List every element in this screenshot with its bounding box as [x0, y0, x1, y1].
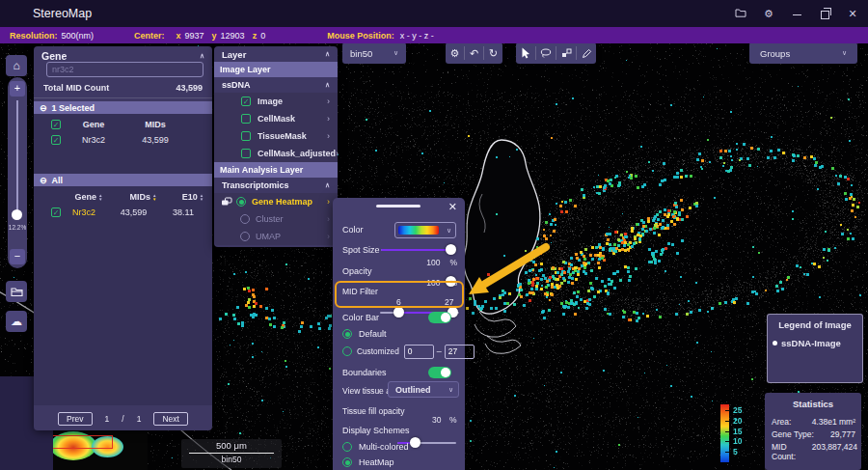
- default-radio-selected[interactable]: [342, 329, 352, 339]
- bin-value: bin50: [350, 48, 372, 59]
- scale-bin-label: bin50: [181, 455, 282, 464]
- zoom-slider-handle[interactable]: [12, 209, 22, 220]
- status-bar: Resolution: 500(nm) Center: x 9937 y 129…: [0, 27, 868, 43]
- view-tissue-select[interactable]: Outlined ∨: [388, 381, 459, 398]
- minimize-icon[interactable]: [787, 0, 806, 27]
- zoom-slider-track[interactable]: [16, 100, 18, 214]
- heatmap-settings-button[interactable]: ⚙: [446, 42, 464, 64]
- heatmap-radio-selected[interactable]: [342, 457, 352, 467]
- all-section-header[interactable]: ⊖ All: [34, 174, 212, 186]
- groups-dropdown[interactable]: Groups ∨: [749, 42, 857, 64]
- layer-checkbox[interactable]: [241, 131, 251, 141]
- cloud-upload-button[interactable]: ☁: [6, 311, 27, 332]
- colorbar-tick-label: 25: [733, 406, 752, 415]
- chevron-right-icon[interactable]: ›: [327, 114, 330, 124]
- layer-item-cellmask[interactable]: CellMask ›: [214, 110, 338, 127]
- cloud-icon: ☁: [11, 315, 22, 328]
- layer-item-umap[interactable]: UMAP ›: [214, 228, 338, 245]
- chevron-up-icon[interactable]: ∧: [325, 81, 330, 89]
- layer-item-image[interactable]: ✓ Image ›: [214, 93, 338, 110]
- main-analysis-section: Main Analysis Layer: [214, 162, 338, 178]
- chevron-right-icon[interactable]: ›: [336, 149, 339, 158]
- color-bar-toggle[interactable]: [428, 312, 451, 323]
- total-pages: 1: [137, 414, 142, 424]
- cursor-tool-button[interactable]: [516, 42, 535, 64]
- toggle-knob: [441, 368, 450, 377]
- minimap-viewport-rect[interactable]: [53, 435, 113, 449]
- range-dash: –: [437, 346, 442, 356]
- ssdna-group-header[interactable]: ssDNA ∧: [214, 77, 338, 93]
- all-gene-header[interactable]: Gene▲▼: [61, 192, 117, 202]
- selected-gene-row[interactable]: ✓ Nr3c2 43,599: [51, 135, 184, 145]
- layer-checkbox[interactable]: ✓: [241, 97, 251, 106]
- pagination: Prev 1 / 1 Next: [34, 407, 212, 430]
- bin-selector[interactable]: bin50 ∨: [342, 42, 406, 64]
- heatmap-option-label: HeatMap: [359, 457, 394, 467]
- sort-desc-icon[interactable]: ▲▼: [152, 194, 156, 202]
- customized-min-input[interactable]: [404, 345, 434, 359]
- chevron-up-icon[interactable]: ∧: [325, 181, 330, 189]
- home-button[interactable]: ⌂: [6, 55, 27, 76]
- chevron-right-icon[interactable]: ›: [327, 214, 330, 224]
- all-mids-header[interactable]: MIDs▲▼: [117, 192, 170, 202]
- merge-tool-button[interactable]: [556, 42, 576, 64]
- sort-icon[interactable]: ▲▼: [200, 194, 203, 202]
- close-icon[interactable]: ✕: [448, 201, 457, 213]
- layer-item-gene-heatmap[interactable]: Gene Heatmap ›: [214, 193, 338, 210]
- customized-max-input[interactable]: [445, 345, 475, 359]
- pencil-icon: [582, 48, 592, 59]
- radio-unselected[interactable]: [240, 232, 250, 241]
- layer-item-tissuemask[interactable]: TissueMask ›: [214, 127, 338, 145]
- customized-radio[interactable]: [342, 346, 352, 356]
- chevron-right-icon[interactable]: ›: [327, 232, 330, 241]
- zoom-out-button[interactable]: −: [10, 249, 25, 264]
- layer-checkbox[interactable]: [241, 149, 251, 158]
- layer-checkbox[interactable]: [241, 114, 251, 124]
- gene-e10: 38.11: [160, 207, 206, 217]
- title-bar: StereoMap ⚙ ✕: [0, 0, 868, 27]
- boundaries-toggle[interactable]: [428, 367, 451, 378]
- layer-item-cellmask-adjusted[interactable]: CellMask_adjusted ›: [214, 145, 338, 162]
- lasso-tool-button[interactable]: [536, 42, 556, 64]
- next-page-button[interactable]: Next: [153, 412, 187, 426]
- center-z-value: 0: [260, 31, 265, 41]
- customized-option-label: Customized: [357, 346, 399, 356]
- settings-gear-icon[interactable]: ⚙: [759, 0, 778, 27]
- gene-checkbox[interactable]: ✓: [51, 135, 61, 145]
- chevron-right-icon[interactable]: ›: [327, 97, 330, 106]
- radio-unselected[interactable]: [240, 214, 250, 224]
- all-gene-row[interactable]: ✓ Nr3c2 43,599 38.11: [51, 207, 206, 217]
- chevron-up-icon[interactable]: ∧: [325, 50, 330, 58]
- collapse-circle-icon[interactable]: ⊖: [40, 176, 47, 185]
- multi-colored-radio[interactable]: [342, 442, 352, 452]
- slider-handle[interactable]: [446, 244, 456, 255]
- prev-page-button[interactable]: Prev: [58, 412, 92, 426]
- open-file-icon[interactable]: [731, 0, 750, 27]
- sort-icon[interactable]: ▲▼: [98, 194, 102, 202]
- collapse-circle-icon[interactable]: ⊖: [40, 103, 47, 113]
- gene-search-input[interactable]: [46, 62, 203, 77]
- all-e10-header[interactable]: E10▲▼: [170, 192, 216, 202]
- radio-selected[interactable]: [236, 197, 246, 207]
- maximize-icon[interactable]: [815, 0, 834, 27]
- chevron-up-icon[interactable]: ∧: [200, 52, 204, 60]
- chevron-right-icon[interactable]: ›: [327, 197, 330, 207]
- center-y-label: y: [212, 31, 217, 41]
- close-icon[interactable]: ✕: [843, 0, 862, 27]
- spot-size-slider[interactable]: [381, 244, 456, 255]
- select-all-checkbox[interactable]: ✓: [51, 120, 61, 129]
- reset-view-button[interactable]: ↻: [484, 42, 502, 64]
- statistics-panel: Statistics Area: 4.38e1 mm² Gene Type: 2…: [765, 393, 861, 470]
- selected-section-header[interactable]: ⊖ 1 Selected: [34, 101, 212, 114]
- layer-item-cluster[interactable]: Cluster ›: [214, 210, 338, 228]
- pen-tool-button[interactable]: [577, 42, 596, 64]
- zoom-in-button[interactable]: +: [10, 81, 25, 97]
- transcriptomics-group-header[interactable]: Transcriptomics ∧: [214, 178, 338, 193]
- undo-button[interactable]: ↶: [465, 42, 483, 64]
- drag-handle[interactable]: [376, 205, 420, 207]
- files-button[interactable]: [6, 281, 27, 302]
- color-select[interactable]: ∨: [394, 222, 456, 238]
- check-icon: ✓: [53, 208, 60, 217]
- chevron-right-icon[interactable]: ›: [327, 131, 330, 141]
- gene-checkbox[interactable]: ✓: [51, 207, 61, 217]
